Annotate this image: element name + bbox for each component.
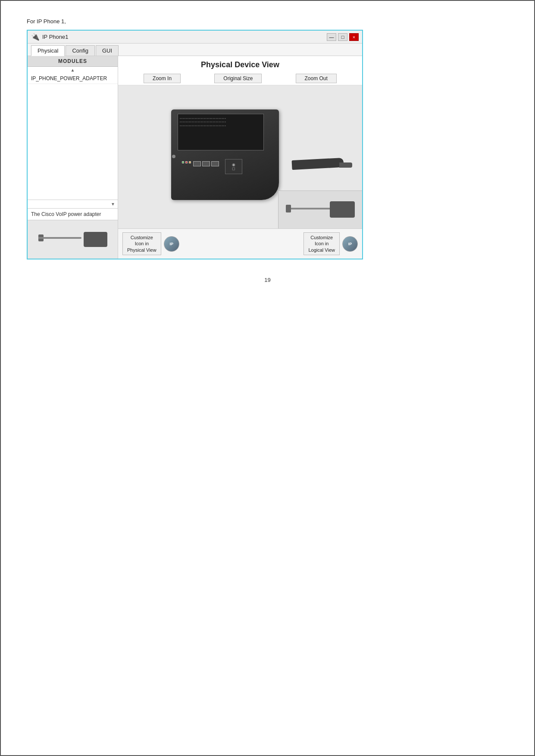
restore-button[interactable]: □ xyxy=(338,33,347,41)
modules-description: The Cisco VoIP power adapter xyxy=(28,208,118,220)
nav-pad: ◉◻ xyxy=(225,159,242,174)
customize-physical-group: Customize Icon in Physical View IP xyxy=(122,232,179,255)
window-title: IP Phone1 xyxy=(42,34,68,40)
customize-physical-line2: Icon in xyxy=(135,241,149,246)
plug-end xyxy=(286,205,291,212)
phone-screen: ▪▪▪▪▪▪▪▪▪▪▪▪▪▪▪▪▪▪▪▪▪▪▪▪▪▪▪▪▪▪▪ ▪▪▪▪▪▪▪▪… xyxy=(178,114,264,150)
modules-list: ▲ IP_PHONE_POWER_ADAPTER xyxy=(28,67,118,200)
app-icon: 🔌 xyxy=(31,33,40,41)
modules-header: MODULES xyxy=(28,56,118,67)
app-window: 🔌 IP Phone1 — □ × Physical Config GUI MO… xyxy=(27,30,363,259)
module-preview xyxy=(28,220,118,259)
ip-icon-logical: IP xyxy=(342,236,358,252)
customize-logical-line1: Customize xyxy=(310,235,333,240)
window-controls: — □ × xyxy=(327,33,359,41)
customize-physical-line3: Physical View xyxy=(127,247,156,253)
scroll-up-arrow[interactable]: ▲ xyxy=(28,67,118,73)
key-green xyxy=(182,161,184,163)
cable-wire xyxy=(291,208,330,209)
zoom-in-button[interactable]: Zoom In xyxy=(144,74,181,83)
window-body: MODULES ▲ IP_PHONE_POWER_ADAPTER ▼ The C… xyxy=(28,56,362,259)
modules-panel: MODULES ▲ IP_PHONE_POWER_ADAPTER ▼ The C… xyxy=(28,56,118,259)
module-item-power-adapter[interactable]: IP_PHONE_POWER_ADAPTER xyxy=(28,73,118,84)
speaker-grille: ▪▪▪▪▪▪▪▪▪▪▪▪▪▪▪▪▪▪▪▪▪▪▪▪▪▪▪▪▪▪▪ ▪▪▪▪▪▪▪▪… xyxy=(178,114,263,130)
cable-line xyxy=(38,237,81,239)
tab-physical[interactable]: Physical xyxy=(31,45,65,56)
page: For IP Phone 1, 🔌 IP Phone1 — □ × Physic… xyxy=(1,1,534,300)
key-box-1 xyxy=(193,161,201,166)
adapter-image-secondary xyxy=(286,198,355,222)
close-button[interactable]: × xyxy=(349,33,359,41)
intro-text: For IP Phone 1, xyxy=(27,18,508,25)
device-view-title: Physical Device View xyxy=(118,56,362,72)
page-footer: 19 xyxy=(27,277,508,283)
nav-label: ◉◻ xyxy=(232,163,235,171)
title-bar: 🔌 IP Phone1 — □ × xyxy=(28,31,362,44)
zoom-out-button[interactable]: Zoom Out xyxy=(296,74,337,83)
customize-physical-button[interactable]: Customize Icon in Physical View xyxy=(122,232,161,255)
handset xyxy=(292,158,344,170)
device-bottom-bar: Customize Icon in Physical View IP Custo… xyxy=(118,228,362,259)
device-panel: Physical Device View Zoom In Original Si… xyxy=(118,56,362,259)
tab-bar: Physical Config GUI xyxy=(28,44,362,56)
adapter-brick xyxy=(330,201,355,218)
customize-logical-line2: Icon in xyxy=(315,241,329,246)
device-viewport: ▪▪▪▪▪▪▪▪▪▪▪▪▪▪▪▪▪▪▪▪▪▪▪▪▪▪▪▪▪▪▪ ▪▪▪▪▪▪▪▪… xyxy=(118,85,362,228)
phone-keypad xyxy=(182,161,219,166)
key-yellow xyxy=(189,161,191,163)
ip-icon-physical: IP xyxy=(164,236,179,252)
tab-config[interactable]: Config xyxy=(66,45,95,56)
key-box-3 xyxy=(211,161,219,166)
scroll-down-arrow[interactable]: ▼ xyxy=(110,201,116,207)
key-box-2 xyxy=(202,161,210,166)
original-size-button[interactable]: Original Size xyxy=(214,74,262,83)
tab-gui[interactable]: GUI xyxy=(96,45,119,56)
page-number: 19 xyxy=(264,277,270,283)
device-toolbar: Zoom In Original Size Zoom Out xyxy=(118,72,362,85)
secondary-viewport xyxy=(278,191,362,228)
customize-physical-line1: Customize xyxy=(131,235,153,240)
titlebar-left: 🔌 IP Phone1 xyxy=(31,33,68,41)
phone-port-cable xyxy=(339,162,352,168)
customize-logical-group: Customize Icon in Logical View IP xyxy=(303,232,358,255)
customize-logical-line3: Logical View xyxy=(308,247,335,253)
key-red xyxy=(185,161,188,163)
minimize-button[interactable]: — xyxy=(327,33,336,41)
adapter-body xyxy=(84,232,107,247)
adapter-cable-image xyxy=(38,228,107,251)
status-dot xyxy=(172,155,175,158)
customize-logical-button[interactable]: Customize Icon in Logical View xyxy=(303,232,340,255)
